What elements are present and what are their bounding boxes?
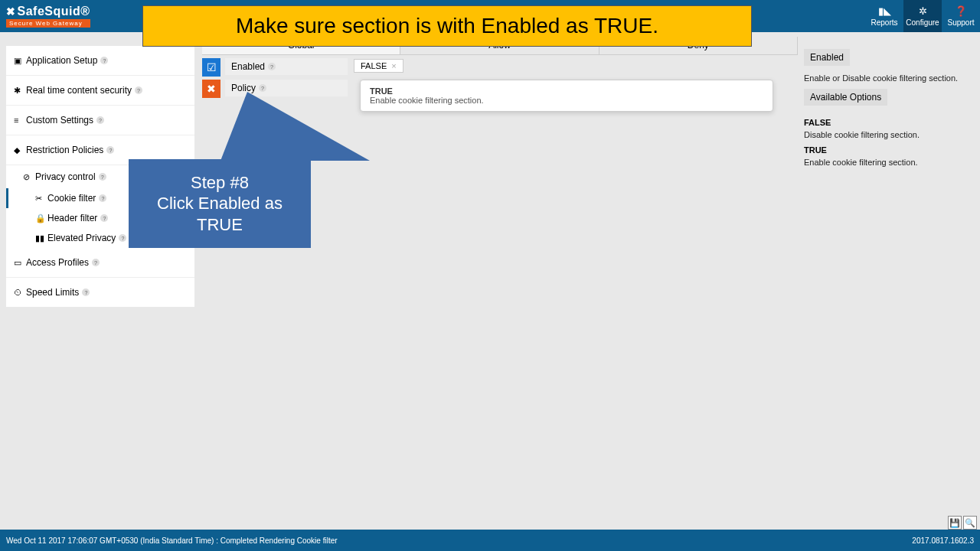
status-right: 2017.0817.1602.3 xyxy=(912,536,974,545)
search-icon[interactable]: 🔍 xyxy=(963,516,977,530)
callout-box: Step #8 Click Enabled as TRUE xyxy=(129,159,311,248)
sidebar-item-label: Application Setup xyxy=(26,55,97,66)
help-badge[interactable]: ? xyxy=(135,86,142,94)
help-badge[interactable]: ? xyxy=(96,116,104,124)
dropdown-option-desc: Enable cookie filtering section. xyxy=(370,96,763,105)
sidebar-item-application-setup[interactable]: ▣Application Setup? xyxy=(6,46,194,76)
chip-text: FALSE xyxy=(361,61,387,70)
sidebar-item-label: Header filter xyxy=(47,213,97,223)
sidebar-item-label: Elevated Privacy xyxy=(47,233,116,243)
sidebar-item-label: Access Profiles xyxy=(26,257,89,268)
nav-configure-label: Configure xyxy=(906,18,939,27)
option-false-desc: Disable cookie filtering section. xyxy=(804,130,975,139)
nav-support-label: Support xyxy=(947,18,974,27)
status-bar: Wed Oct 11 2017 17:06:07 GMT+0530 (India… xyxy=(0,530,980,551)
callout-text: Step #8 Click Enabled as TRUE xyxy=(133,172,306,236)
columns-icon: ▮▮ xyxy=(35,233,47,243)
option-true-desc: Enable cookie filtering section. xyxy=(804,158,975,167)
logo: ✖SafeSquid® Secure Web Gateway xyxy=(0,5,90,28)
lock-icon: 🔒 xyxy=(35,214,47,223)
sidebar-item-speed-limits[interactable]: ⏲Speed Limits? xyxy=(6,278,194,307)
sidebar-item-label: Restriction Policies xyxy=(26,145,103,155)
ban-icon: ⊘ xyxy=(23,172,35,182)
sidebar-item-rtcs[interactable]: ✱Real time content security? xyxy=(6,76,194,106)
help-desc: Enable or Disable cookie filtering secti… xyxy=(804,73,975,83)
nav-configure[interactable]: ✲ Configure xyxy=(903,0,942,32)
corner-tools: 💾 🔍 xyxy=(948,516,977,530)
chart-icon: ▮◣ xyxy=(878,5,891,17)
help-badge[interactable]: ? xyxy=(99,194,106,202)
sidebar-item-label: Cookie filter xyxy=(47,193,96,204)
dropdown-option-true[interactable]: TRUE xyxy=(370,86,763,96)
sidebar-item-access-profiles[interactable]: ▭Access Profiles? xyxy=(6,248,194,278)
sidebar-item-label: Custom Settings xyxy=(26,115,93,126)
nav-support[interactable]: ❓ Support xyxy=(942,0,980,32)
sidebar-item-custom[interactable]: ≡Custom Settings? xyxy=(6,106,194,135)
help-badge[interactable]: ? xyxy=(100,57,108,64)
brand-text: ✖SafeSquid® xyxy=(6,5,90,18)
help-badge[interactable]: ? xyxy=(100,214,108,222)
option-true-title: TRUE xyxy=(804,145,975,155)
option-false-title: FALSE xyxy=(804,118,975,127)
top-nav: ▮◣ Reports ✲ Configure ❓ Support xyxy=(865,0,980,32)
help-icon: ❓ xyxy=(955,5,967,17)
check-button[interactable]: ☑ xyxy=(202,58,220,77)
dropdown-options[interactable]: TRUE Enable cookie filtering section. xyxy=(360,80,773,112)
config-label-text: Enabled xyxy=(231,61,265,72)
shield-icon: ◆ xyxy=(14,145,26,155)
save-icon[interactable]: 💾 xyxy=(948,516,962,530)
nav-reports[interactable]: ▮◣ Reports xyxy=(865,0,903,32)
brand-name: SafeSquid® xyxy=(18,5,90,18)
config-label-enabled: Enabled? xyxy=(225,58,348,75)
help-title: Enabled xyxy=(804,49,850,66)
briefcase-icon: ▭ xyxy=(14,258,26,268)
help-badge[interactable]: ? xyxy=(106,146,114,154)
close-button[interactable]: ✖ xyxy=(202,80,220,98)
callout-arrow xyxy=(220,92,370,161)
gauge-icon: ⏲ xyxy=(14,288,26,297)
config-value-enabled[interactable]: FALSE× xyxy=(348,58,798,73)
status-left: Wed Oct 11 2017 17:06:07 GMT+0530 (India… xyxy=(6,536,338,545)
help-badge[interactable]: ? xyxy=(268,63,276,70)
help-panel: Enabled Enable or Disable cookie filteri… xyxy=(804,49,975,170)
help-badge[interactable]: ? xyxy=(99,173,106,181)
value-chip-false[interactable]: FALSE× xyxy=(354,59,403,73)
bug-icon: ✱ xyxy=(14,86,26,96)
nav-reports-label: Reports xyxy=(871,18,897,27)
chip-remove-icon[interactable]: × xyxy=(391,61,396,70)
scissors-icon: ✂ xyxy=(35,194,47,204)
sidebar-item-label: Real time content security xyxy=(26,85,132,96)
config-row-enabled: ☑ Enabled? FALSE× xyxy=(202,58,798,77)
sidebar-item-label: Speed Limits xyxy=(26,287,79,298)
instruction-banner: Make sure section is with Enabled as TRU… xyxy=(142,5,752,47)
sidebar-item-label: Privacy control xyxy=(35,171,96,182)
folder-icon: ▣ xyxy=(14,56,26,66)
help-badge[interactable]: ? xyxy=(119,234,126,242)
help-badge[interactable]: ? xyxy=(259,84,266,92)
available-options-button[interactable]: Available Options xyxy=(804,89,887,106)
wrench-icon: ✖ xyxy=(6,5,16,18)
help-badge[interactable]: ? xyxy=(92,259,100,266)
sliders-icon: ≡ xyxy=(14,116,26,125)
sliders-icon: ✲ xyxy=(919,5,927,17)
help-badge[interactable]: ? xyxy=(82,289,90,296)
brand-tagline: Secure Web Gateway xyxy=(6,19,90,28)
